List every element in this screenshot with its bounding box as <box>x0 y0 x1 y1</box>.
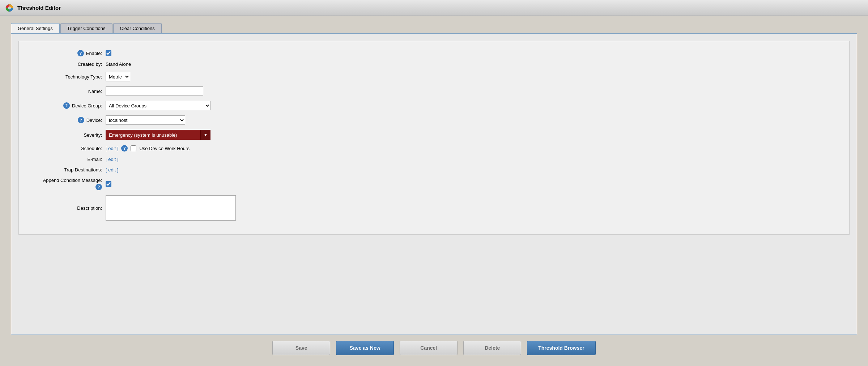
device-group-label: Device Group: <box>72 103 102 108</box>
name-input[interactable] <box>106 86 203 96</box>
description-label: Description: <box>26 205 106 211</box>
technology-type-select[interactable]: Metric SNMP WMI Script <box>106 72 130 81</box>
enable-row: ? Enable: <box>26 50 842 56</box>
device-group-row: ? Device Group: All Device Groups Group … <box>26 101 842 110</box>
append-condition-checkbox[interactable] <box>106 181 111 187</box>
enable-label-group: ? Enable: <box>26 50 106 56</box>
device-group-help-icon[interactable]: ? <box>63 102 70 109</box>
button-bar: Save Save as New Cancel Delete Threshold… <box>11 335 857 359</box>
severity-label: Severity: <box>26 132 106 138</box>
trap-destinations-edit-link[interactable]: [ edit ] <box>106 167 118 173</box>
schedule-control: [ edit ] ? Use Device Work Hours <box>106 145 190 152</box>
device-group-control: All Device Groups Group 1 Group 2 <box>106 101 210 110</box>
description-control <box>106 195 236 221</box>
device-select[interactable]: localhost 192.168.1.1 <box>106 115 185 125</box>
tab-general-settings[interactable]: General Settings <box>11 23 60 33</box>
description-textarea[interactable] <box>106 195 236 221</box>
svg-point-2 <box>8 7 11 9</box>
enable-control <box>106 50 111 56</box>
created-by-label: Created by: <box>26 61 106 67</box>
created-by-text: Stand Alone <box>106 61 131 67</box>
name-label: Name: <box>26 89 106 94</box>
append-condition-row: Append Condition Message: ? <box>26 178 842 190</box>
device-control: localhost 192.168.1.1 <box>106 115 185 125</box>
cancel-button[interactable]: Cancel <box>400 341 458 355</box>
email-control: [ edit ] <box>106 157 118 162</box>
append-condition-label: Append Condition Message: <box>43 178 102 183</box>
created-by-value: Stand Alone <box>106 61 131 67</box>
email-row: E-mail: [ edit ] <box>26 157 842 162</box>
severity-row: Severity: Emergency (system is unusable)… <box>26 130 842 140</box>
settings-panel: ? Enable: Created by: Stand Alone Techno… <box>11 33 857 335</box>
description-row: Description: <box>26 195 842 221</box>
severity-control: Emergency (system is unusable) Alert Cri… <box>106 130 210 140</box>
name-control <box>106 86 203 96</box>
save-as-new-button[interactable]: Save as New <box>336 341 394 355</box>
inner-panel: ? Enable: Created by: Stand Alone Techno… <box>18 41 850 235</box>
technology-type-row: Technology Type: Metric SNMP WMI Script <box>26 72 842 81</box>
device-row: ? Device: localhost 192.168.1.1 <box>26 115 842 125</box>
trap-destinations-control: [ edit ] <box>106 167 118 173</box>
enable-label: Enable: <box>86 51 102 56</box>
use-device-work-hours-label: Use Device Work Hours <box>139 146 189 151</box>
name-row: Name: <box>26 86 842 96</box>
technology-type-label: Technology Type: <box>26 74 106 80</box>
schedule-help-icon[interactable]: ? <box>121 145 128 152</box>
email-label: E-mail: <box>26 157 106 162</box>
enable-checkbox[interactable] <box>106 50 111 56</box>
append-condition-label-group: Append Condition Message: ? <box>26 178 106 190</box>
title-bar: Threshold Editor <box>0 0 868 16</box>
device-group-select[interactable]: All Device Groups Group 1 Group 2 <box>106 101 210 110</box>
enable-help-icon[interactable]: ? <box>77 50 84 56</box>
created-by-row: Created by: Stand Alone <box>26 61 842 67</box>
schedule-label: Schedule: <box>26 146 106 151</box>
app-icon <box>4 3 14 13</box>
save-button[interactable]: Save <box>272 341 330 355</box>
use-device-work-hours-checkbox[interactable] <box>131 145 136 151</box>
trap-destinations-label: Trap Destinations: <box>26 167 106 173</box>
technology-type-control: Metric SNMP WMI Script <box>106 72 130 81</box>
device-label: Device: <box>86 118 102 123</box>
app-title: Threshold Editor <box>17 5 61 11</box>
schedule-row: Schedule: [ edit ] ? Use Device Work Hou… <box>26 145 842 152</box>
trap-destinations-row: Trap Destinations: [ edit ] <box>26 167 842 173</box>
tab-bar: General Settings Trigger Conditions Clea… <box>11 23 857 33</box>
tab-clear-conditions[interactable]: Clear Conditions <box>113 23 162 33</box>
delete-button[interactable]: Delete <box>463 341 521 355</box>
email-edit-link[interactable]: [ edit ] <box>106 157 118 162</box>
device-label-group: ? Device: <box>26 117 106 123</box>
severity-select[interactable]: Emergency (system is unusable) Alert Cri… <box>106 130 210 140</box>
threshold-browser-button[interactable]: Threshold Browser <box>527 341 596 355</box>
main-content: General Settings Trigger Conditions Clea… <box>0 16 868 366</box>
device-group-label-group: ? Device Group: <box>26 102 106 109</box>
append-condition-help-icon[interactable]: ? <box>95 184 102 190</box>
severity-wrapper: Emergency (system is unusable) Alert Cri… <box>106 130 210 140</box>
tab-trigger-conditions[interactable]: Trigger Conditions <box>60 23 112 33</box>
device-help-icon[interactable]: ? <box>78 117 84 123</box>
schedule-edit-link[interactable]: [ edit ] <box>106 146 118 151</box>
append-condition-control <box>106 181 111 187</box>
